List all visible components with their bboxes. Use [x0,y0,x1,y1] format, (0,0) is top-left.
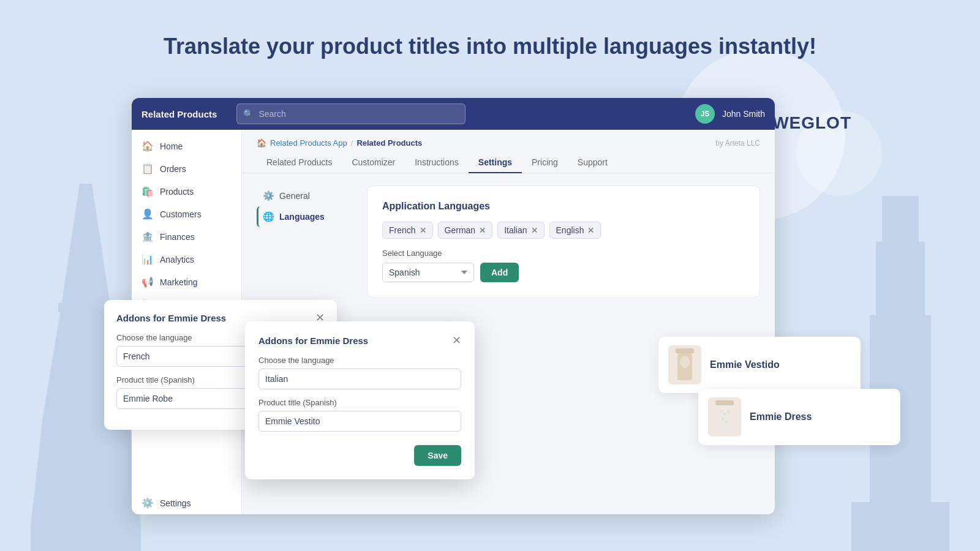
settings-menu-languages-label: Languages [279,212,325,222]
sidebar-item-marketing[interactable]: 📢 Marketing [132,271,241,293]
lang-tag-french-label: French [389,225,416,235]
dialog-2-language-input[interactable] [258,369,461,389]
dialog-1-title: Addons for Emmie Dress [116,313,226,323]
sidebar-item-products[interactable]: 🛍️ Products [132,180,241,203]
breadcrumb: 🏠 Related Products App / Related Product… [242,130,775,148]
lang-tag-italian-label: Italian [504,225,527,235]
dialog-2-close-button[interactable]: ✕ [452,335,461,346]
dialog-2-header: Addons for Emmie Dress ✕ [258,335,461,346]
product-name-2: Emmie Dress [750,411,812,422]
sidebar-item-settings[interactable]: ⚙️ Settings [132,492,775,514]
product-image-1 [668,345,701,384]
search-bar[interactable]: 🔍 Search [236,103,465,124]
svg-point-16 [680,356,690,368]
dialog-2-product-title-input[interactable] [258,411,461,432]
svg-point-21 [727,410,729,413]
orders-icon: 📋 [141,163,154,174]
languages-card-title: Application Languages [382,201,745,212]
svg-point-23 [725,421,728,423]
breadcrumb-icon: 🏠 [257,138,266,148]
customers-icon: 👤 [141,208,154,220]
sidebar-item-finances[interactable]: 🏦 Finances [132,225,241,248]
dialog-2-save-button[interactable]: Save [414,445,461,466]
svg-rect-18 [717,405,732,432]
tab-instructions[interactable]: Instructions [405,152,469,173]
sidebar-label-finances: Finances [160,232,195,242]
general-icon: ⚙️ [263,190,274,201]
svg-point-20 [723,413,726,415]
sidebar-label-products: Products [160,187,194,197]
sidebar-item-customers[interactable]: 👤 Customers [132,203,241,225]
tab-support[interactable]: Support [568,152,617,173]
tabs: Related Products Customizer Instructions… [242,148,775,173]
product-name-1: Emmie Vestido [710,359,780,370]
remove-german-icon[interactable]: ✕ [479,226,486,235]
finances-icon: 🏦 [141,231,154,242]
home-icon: 🏠 [141,140,154,152]
sidebar-label-marketing: Marketing [160,277,197,287]
svg-point-19 [720,410,722,413]
page-headline: Translate your product titles into multi… [0,34,980,59]
settings-layout: ⚙️ General 🌐 Languages Application Langu… [242,173,775,310]
svg-rect-14 [676,348,694,353]
dialog-2-product-title-label: Product title (Spanish) [258,398,461,407]
settings-menu-general-label: General [279,191,310,201]
svg-rect-12 [876,242,925,248]
settings-menu-general[interactable]: ⚙️ General [257,186,355,206]
sidebar-item-home[interactable]: 🏠 Home [132,135,241,157]
add-language-button[interactable]: Add [480,263,519,282]
sidebar-label-orders: Orders [160,164,186,174]
lang-tag-italian: Italian ✕ [497,222,544,239]
remove-english-icon[interactable]: ✕ [587,226,594,235]
settings-icon: ⚙️ [141,497,154,509]
product-card-1: Emmie Vestido [658,337,861,393]
dialog-2-title: Addons for Emmie Dress [258,335,368,346]
search-icon: 🔍 [243,109,254,119]
product-image-2 [708,397,741,437]
svg-rect-17 [715,400,734,405]
select-language-label: Select Language [382,249,745,258]
svg-rect-7 [882,196,919,245]
svg-rect-11 [851,502,949,551]
products-icon: 🛍️ [141,186,154,197]
topbar: Related Products 🔍 Search JS John Smith [132,98,775,130]
svg-rect-8 [876,245,925,318]
marketing-icon: 📢 [141,276,154,288]
dialog-2-language-label: Choose the language [258,356,461,365]
tab-settings[interactable]: Settings [469,152,522,173]
breadcrumb-sep: / [351,138,353,148]
languages-icon: 🌐 [263,211,274,222]
language-tags: French ✕ German ✕ Italian ✕ English [382,222,745,239]
tab-related-products[interactable]: Related Products [257,152,342,173]
language-select[interactable]: Spanish Portuguese Dutch [382,263,474,282]
lang-tag-german-label: German [445,225,476,235]
lang-tag-english-label: English [556,225,584,235]
breadcrumb-current: Related Products [356,138,422,148]
analytics-icon: 📊 [141,253,154,265]
breadcrumb-app[interactable]: Related Products App [270,138,347,148]
sidebar-label-home: Home [160,141,183,151]
topbar-title: Related Products [141,109,217,119]
sidebar-label-customers: Customers [160,209,202,219]
svg-rect-13 [870,315,931,321]
remove-italian-icon[interactable]: ✕ [531,226,538,235]
tab-pricing[interactable]: Pricing [522,152,568,173]
sidebar-item-analytics[interactable]: 📊 Analytics [132,248,241,271]
user-name: John Smith [722,109,765,119]
select-language-row: Spanish Portuguese Dutch Add [382,263,745,282]
search-placeholder: Search [258,109,285,119]
sidebar-item-orders[interactable]: 📋 Orders [132,157,241,180]
settings-menu-languages[interactable]: 🌐 Languages [257,206,355,227]
dialog-2: Addons for Emmie Dress ✕ Choose the lang… [245,321,475,479]
remove-french-icon[interactable]: ✕ [420,226,426,235]
weglot-logo: WEGLOT [772,113,851,133]
tab-customizer[interactable]: Customizer [342,152,405,173]
user-avatar: JS [695,104,715,124]
languages-card: Application Languages French ✕ German ✕ … [367,186,760,298]
lang-tag-german: German ✕ [438,222,493,239]
breadcrumb-by: by Arteta LLC [715,139,760,148]
settings-menu: ⚙️ General 🌐 Languages [257,186,355,298]
sidebar-bottom: ⚙️ Settings [132,492,775,514]
svg-rect-6 [80,184,92,551]
big-ben-icon [851,196,949,551]
